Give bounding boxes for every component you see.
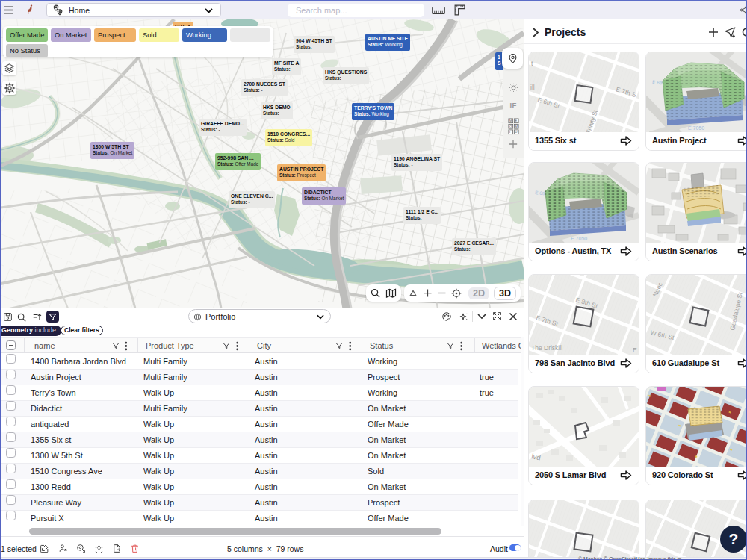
svg-text:O: O: [509, 125, 511, 128]
svg-text:I: I: [509, 131, 509, 134]
svg-text:The Driskill: The Driskill: [531, 344, 562, 352]
svg-text:E: E: [633, 346, 637, 354]
svg-text:E: E: [515, 119, 517, 123]
svg-text:D: D: [515, 131, 517, 134]
svg-text:ill: ill: [530, 84, 535, 91]
